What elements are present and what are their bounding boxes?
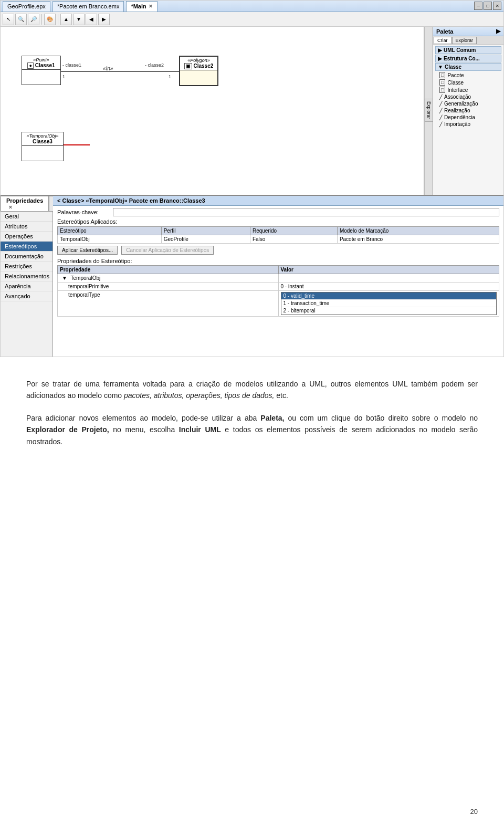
prop-val-temporal-type: 0 - valid_time 1 - transaction_time 2 - … <box>278 291 499 317</box>
menu-estereotipos[interactable]: Estereótipos <box>1 242 52 252</box>
palavras-chave-input[interactable] <box>113 208 499 216</box>
classe2-box[interactable]: «Polygon» ▣ Classe2 <box>179 56 218 86</box>
menu-restricoes[interactable]: Restrições <box>1 262 52 271</box>
cancel-stereotypes-button[interactable]: Cancelar Aplicação de Estereótipos <box>121 246 214 255</box>
apply-stereotypes-button[interactable]: Aplicar Estereótipos... <box>57 246 118 255</box>
palette-group-classe[interactable]: ▼ Classe <box>435 63 501 71</box>
tab-geoprofile[interactable]: GeoProfile.epx <box>3 1 50 12</box>
tab-pacote-label: *Pacote em Branco.emx <box>57 3 120 9</box>
tab-geoprofile-label: GeoProfile.epx <box>7 3 46 9</box>
toolbar-color-button[interactable]: 🎨 <box>44 14 56 25</box>
menu-aparencia[interactable]: Aparência <box>1 281 52 291</box>
toolbar-separator-2 <box>58 14 58 25</box>
props-section-title: Propriedades do Estereótipo: <box>57 258 499 264</box>
palette-item-importacao[interactable]: ╱ Importação <box>435 121 501 128</box>
grid-col-propriedade: Propriedade <box>58 266 279 274</box>
vertical-tabs-area: Explorar <box>424 27 433 195</box>
palette-group-estrutura[interactable]: ▶ Estrutura Co... <box>435 55 501 62</box>
menu-documentacao[interactable]: Documentação <box>1 252 52 262</box>
bottom-panels: Propriedades ✕ Console Geral Atributos O… <box>1 195 503 357</box>
menu-atributos[interactable]: Atributos <box>1 222 52 232</box>
diagram-toolbar: ↖ 🔍 🔎 🎨 ▲ ▼ ◀ ▶ <box>1 12 503 27</box>
prop-name-temporal-primitive: temporalPrimitive <box>58 283 279 291</box>
grid-col-valor: Valor <box>278 266 499 274</box>
prop-row-temporal-primitive: temporalPrimitive 0 - instant <box>58 283 499 291</box>
paragraph1-italic: pacotes, atributos, operações, tipos de … <box>124 391 274 400</box>
classe2-body2 <box>180 78 217 85</box>
dependencia-icon: ╱ <box>439 115 442 120</box>
realizacao-icon: ╱ <box>439 108 442 113</box>
temporal-type-dropdown[interactable]: 0 - valid_time 1 - transaction_time 2 - … <box>281 292 497 315</box>
tab-propriedades[interactable]: Propriedades ✕ <box>1 196 49 211</box>
menu-geral[interactable]: Geral <box>1 212 52 222</box>
palette-content: ▶ UML Comum ▶ Estrutura Co... ▼ Classe □… <box>433 45 503 129</box>
palette-item-interface[interactable]: □ Interface <box>435 86 501 93</box>
palette-item-realizacao[interactable]: ╱ Realização <box>435 107 501 114</box>
table-row[interactable]: TemporalObj GeoProfile Falso Pacote em B… <box>58 235 499 244</box>
minimize-button[interactable]: ─ <box>474 2 482 10</box>
palette-header: Paleta ▶ <box>433 27 503 36</box>
chevron-down-icon: ▼ <box>438 64 443 70</box>
properties-left-panel: Propriedades ✕ Console Geral Atributos O… <box>1 196 53 357</box>
menu-operacoes[interactable]: Operações <box>1 232 52 242</box>
dropdown-option-valid-time[interactable]: 0 - valid_time <box>281 292 497 300</box>
palette-group-uml[interactable]: ▶ UML Comum <box>435 46 501 54</box>
palette-item-dependencia[interactable]: ╱ Dependência <box>435 114 501 121</box>
prop-name-temporal-type: temporalType <box>58 291 279 317</box>
paragraph2-bold3: Incluir UML <box>179 425 221 434</box>
toolbar-zoom-in-button[interactable]: 🔍 <box>15 14 27 25</box>
toolbar-scroll-up-button[interactable]: ▲ <box>60 14 72 25</box>
classe1-body <box>22 70 60 77</box>
assoc-label-left: - classe1 <box>62 62 81 68</box>
tree-collapse-icon[interactable]: ▼ <box>62 275 67 281</box>
maximize-button[interactable]: □ <box>484 2 492 10</box>
toolbar-zoom-out-button[interactable]: 🔎 <box>28 14 39 25</box>
chevron-right-icon-2: ▶ <box>438 56 442 61</box>
prop-val-temporalobj <box>278 274 499 283</box>
classe1-box[interactable]: «Point» ● Classe1 <box>22 56 61 85</box>
palette-title: Paleta <box>436 28 453 35</box>
col-perfil: Perfil <box>161 227 250 235</box>
paragraph2-start: Para adicionar novos elementos ao modelo… <box>26 414 260 422</box>
tab-main-close-icon[interactable]: ✕ <box>149 4 153 9</box>
cell-estereotipo: TemporalObj <box>58 235 162 244</box>
importacao-icon: ╱ <box>439 122 442 127</box>
col-estereotipo: Estereótipo <box>58 227 162 235</box>
vertical-tab-explorar[interactable]: Explorar <box>425 99 433 122</box>
paragraph1-end: etc. <box>274 391 288 400</box>
window-titlebar: GeoProfile.epx *Pacote em Branco.emx *Ma… <box>1 1 503 12</box>
dropdown-option-transaction-time[interactable]: 1 - transaction_time <box>281 300 497 307</box>
palette-tab-explorar[interactable]: Explorar <box>452 37 477 44</box>
palette-item-associacao[interactable]: ╱ Associação <box>435 93 501 100</box>
toolbar-scroll-down-button[interactable]: ▼ <box>73 14 85 25</box>
classe3-stereotype: «TemporalObj» <box>24 133 61 139</box>
palette-panel: Paleta ▶ Criar Explorar ▶ UML Comum ▶ Es… <box>433 27 503 195</box>
toolbar-scroll-right-button[interactable]: ▶ <box>98 14 110 25</box>
toolbar-scroll-left-button[interactable]: ◀ <box>86 14 97 25</box>
paragraph2-mid: ou com um clique do botão direito sobre … <box>284 414 478 422</box>
palette-item-generalizacao[interactable]: ╱ Generalização <box>435 100 501 107</box>
cell-perfil: GeoProfile <box>161 235 250 244</box>
palette-arrow-icon: ▶ <box>496 28 500 35</box>
close-button[interactable]: ✕ <box>493 2 501 10</box>
palette-item-classe[interactable]: □ Classe <box>435 79 501 86</box>
paragraph2-end2: no menu, escolha <box>109 425 179 434</box>
properties-grid: Propriedade Valor ▼ TemporalObj <box>57 265 499 317</box>
palette-tab-criar[interactable]: Criar <box>434 37 452 44</box>
menu-avancado[interactable]: Avançado <box>1 291 52 301</box>
classe1-stereotype: «Point» <box>24 57 58 62</box>
assoc-label-center: «In» <box>103 66 113 71</box>
menu-relacionamentos[interactable]: Relacionamentos <box>1 271 52 281</box>
paragraph-2: Para adicionar novos elementos ao modelo… <box>26 412 478 447</box>
classe3-box[interactable]: «TemporalObj» Classe3 <box>22 132 64 161</box>
tab-main[interactable]: *Main ✕ <box>126 1 157 12</box>
toolbar-select-button[interactable]: ↖ <box>3 14 14 25</box>
prop-val-temporal-primitive: 0 - instant <box>278 283 499 291</box>
palette-item-pacote[interactable]: □ Pacote <box>435 71 501 79</box>
dropdown-option-bitemporal[interactable]: 2 - bitemporal <box>281 307 497 315</box>
classe1-body2 <box>22 77 60 85</box>
tab-propriedades-close[interactable]: ✕ <box>8 205 13 210</box>
classe1-header: «Point» ● Classe1 <box>22 56 60 70</box>
tab-pacote[interactable]: *Pacote em Branco.emx <box>52 1 124 12</box>
diagram-canvas[interactable]: «Point» ● Classe1 - classe1 «In» - class… <box>1 27 424 195</box>
